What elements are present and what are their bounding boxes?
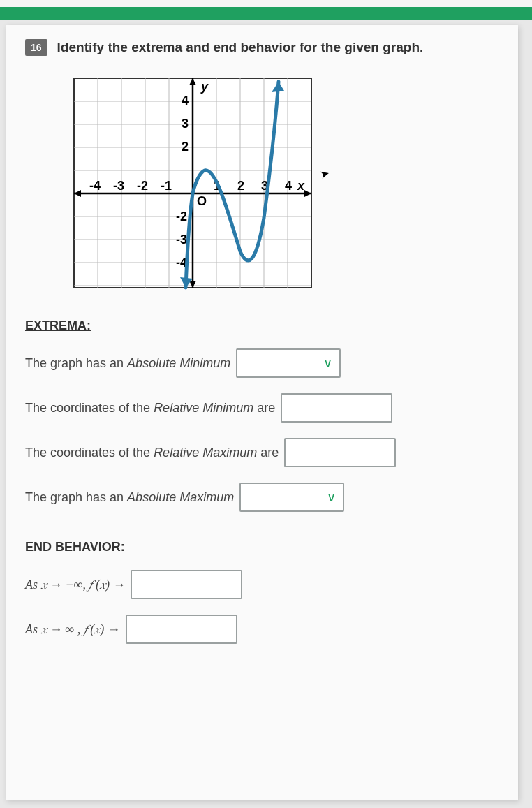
end-behavior-heading: END BEHAVIOR: [25, 540, 498, 554]
rel-min-text: The coordinates of the Relative Minimum … [25, 401, 275, 416]
svg-text:4: 4 [285, 179, 292, 193]
abs-min-text: The graph has an Absolute Minimum [25, 356, 230, 371]
svg-text:-2: -2 [176, 210, 187, 223]
end-behavior-pos-inf-line: As 𝑥 → ∞ , 𝑓 (𝑥) → [25, 615, 498, 644]
question-number-badge: 16 [25, 39, 47, 56]
absolute-minimum-dropdown[interactable]: ∨ [236, 348, 341, 378]
relative-maximum-input[interactable] [284, 438, 396, 467]
svg-text:x: x [297, 179, 305, 193]
end-behavior-neg-inf-line: As 𝑥 → −∞, 𝑓 (𝑥) → [25, 570, 498, 599]
end-behavior-pos-text: As 𝑥 → ∞ , 𝑓 (𝑥) → [25, 622, 120, 637]
svg-text:-2: -2 [137, 179, 148, 193]
chevron-down-icon: ∨ [327, 490, 336, 505]
app-top-bar [0, 0, 532, 20]
svg-text:2: 2 [182, 140, 189, 154]
rel-max-text: The coordinates of the Relative Maximum … [25, 446, 279, 460]
question-header: 16 Identify the extrema and end behavior… [25, 39, 498, 56]
question-prompt: Identify the extrema and end behavior fo… [57, 40, 424, 55]
svg-text:-1: -1 [161, 179, 172, 193]
svg-text:3: 3 [182, 117, 189, 131]
end-behavior-neg-text: As 𝑥 → −∞, 𝑓 (𝑥) → [25, 578, 125, 592]
svg-text:-3: -3 [176, 233, 187, 247]
svg-text:-3: -3 [113, 179, 124, 193]
svg-text:O: O [197, 194, 207, 208]
svg-text:4: 4 [182, 94, 189, 108]
svg-text:y: y [200, 80, 209, 94]
svg-text:-4: -4 [89, 179, 101, 193]
worksheet-page: 16 Identify the extrema and end behavior… [6, 25, 518, 800]
relative-minimum-line: The coordinates of the Relative Minimum … [25, 393, 498, 423]
graph-figure: -4-3 -2-1 O 12 34 x 43 2 -2-3 -4 y [67, 71, 498, 298]
relative-minimum-input[interactable] [281, 393, 392, 423]
absolute-minimum-line: The graph has an Absolute Minimum ∨ [25, 348, 498, 378]
function-graph-svg: -4-3 -2-1 O 12 34 x 43 2 -2-3 -4 y [67, 71, 318, 295]
extrema-heading: EXTREMA: [25, 318, 498, 333]
relative-maximum-line: The coordinates of the Relative Maximum … [25, 438, 498, 467]
end-behavior-neg-input[interactable] [131, 570, 242, 599]
absolute-maximum-dropdown[interactable]: ∨ [239, 483, 344, 512]
chevron-down-icon: ∨ [323, 355, 332, 371]
svg-text:2: 2 [237, 179, 244, 193]
abs-max-text: The graph has an Absolute Maximum [25, 490, 234, 505]
end-behavior-pos-input[interactable] [126, 615, 237, 644]
absolute-maximum-line: The graph has an Absolute Maximum ∨ [25, 483, 498, 512]
